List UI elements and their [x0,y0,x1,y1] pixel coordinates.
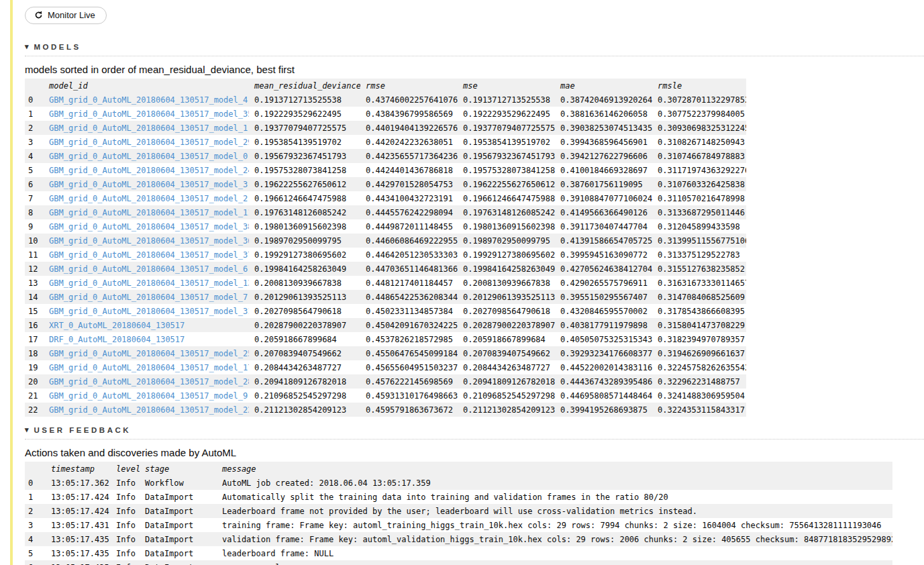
model-id-link[interactable]: GBM_grid_0_AutoML_20180604_130517_model_… [49,307,249,316]
cell-model_id: GBM_grid_0_AutoML_20180604_130517_model_… [44,177,249,191]
cell-mae: 0.4290265575796911 [555,276,652,290]
cell-model_id: GBM_grid_0_AutoML_20180604_130517_model_… [44,262,249,276]
table-row: 13GBM_grid_0_AutoML_20180604_130517_mode… [25,276,746,290]
row-index: 10 [25,234,44,248]
collapse-triangle-icon[interactable]: ▾ [25,425,29,434]
model-id-link[interactable]: GBM_grid_0_AutoML_20180604_130517_model_… [49,180,248,189]
cell-mean_residual_deviance: 0.205918667899684 [249,332,360,346]
table-row: 1GBM_grid_0_AutoML_20180604_130517_model… [25,107,746,121]
feedback-subtitle: Actions taken and discoveries made by Au… [25,447,924,458]
cell-highlight-bar [10,0,13,565]
cell-model_id: GBM_grid_0_AutoML_20180604_130517_model_… [44,205,249,219]
row-index: 2 [25,504,46,518]
cell-rmse: 0.4429701528054753 [360,177,458,191]
cell-rmse: 0.44703651146481366 [360,262,458,276]
row-index: 2 [25,121,44,135]
cell-mae: 0.39038253074513435 [555,121,652,135]
model-id-link[interactable]: GBM_grid_0_AutoML_20180604_130517_model_… [49,363,249,372]
cell-mse: 0.1922293529622495 [458,107,555,121]
row-index: 19 [25,360,44,374]
cell-model_id: GBM_grid_0_AutoML_20180604_130517_model_… [44,121,249,135]
cell-mean_residual_deviance: 0.20129061393525113 [249,290,360,304]
model-id-link[interactable]: GBM_grid_0_AutoML_20180604_130517_model_… [49,405,249,415]
cell-level: Info [111,518,140,532]
model-id-link[interactable]: GBM_grid_0_AutoML_20180604_130517_model_… [49,123,248,133]
cell-rmse: 0.44235655717364236 [360,149,458,163]
cell-mse: 0.19377079407725575 [458,121,555,135]
row-index: 17 [25,332,44,346]
cell-stage: DataImport [140,504,217,518]
row-index: 21 [25,389,44,403]
table-row: 8GBM_grid_0_AutoML_20180604_130517_model… [25,205,746,219]
model-id-link[interactable]: GBM_grid_0_AutoML_20180604_130517_model_… [49,152,248,161]
cell-mse: 0.1989702950099795 [458,234,555,248]
row-index: 3 [25,135,44,149]
cell-mse: 0.20129061393525113 [458,290,555,304]
row-index: 22 [25,403,44,417]
model-id-link[interactable]: GBM_grid_0_AutoML_20180604_130517_model_… [49,349,249,358]
table-row: 6GBM_grid_0_AutoML_20180604_130517_model… [25,177,746,191]
row-index: 20 [25,374,44,389]
cell-mean_residual_deviance: 0.21121302854209123 [249,403,360,417]
model-id-link[interactable]: GBM_grid_0_AutoML_20180604_130517_model_… [49,208,249,217]
models-section-header[interactable]: ▾ MODELS [25,42,924,56]
cell-mae: 0.3911730407447704 [555,219,652,234]
cell-mae: 0.3881636146206058 [555,107,652,121]
model-id-link[interactable]: GBM_grid_0_AutoML_20180604_130517_model_… [49,222,249,232]
table-row: 18GBM_grid_0_AutoML_20180604_130517_mode… [25,346,746,360]
row-index: 16 [25,318,44,332]
cell-model_id: GBM_grid_0_AutoML_20180604_130517_model_… [44,304,249,318]
model-id-link[interactable]: GBM_grid_0_AutoML_20180604_130517_model_… [49,293,248,302]
models-subtitle: models sorted in order of mean_residual_… [25,64,924,75]
monitor-live-button[interactable]: Monitor Live [25,7,107,24]
cell-rmsle: 0.322962231488757 [652,374,746,389]
model-id-link[interactable]: GBM_grid_0_AutoML_20180604_130517_model_… [49,278,249,288]
cell-mse: 0.21096852545297298 [458,389,555,403]
row-index: 4 [25,532,46,546]
table-row: 313:05:17.431InfoDataImporttraining fram… [25,518,892,532]
cell-mean_residual_deviance: 0.19575328073841258 [249,163,360,177]
cell-mse: 0.19801360915602398 [458,219,555,234]
table-row: 013:05:17.362InfoWorkflowAutoML job crea… [25,476,892,490]
user-feedback-section-header[interactable]: ▾ USER FEEDBACK [25,425,924,440]
table-row: 20GBM_grid_0_AutoML_20180604_130517_mode… [25,374,746,389]
model-id-link[interactable]: GBM_grid_0_AutoML_20180604_130517_model_… [49,250,249,260]
cell-rmse: 0.45655604951503237 [360,360,458,374]
cell-mse: 0.19929127380695602 [458,248,555,262]
collapse-triangle-icon[interactable]: ▾ [25,42,29,51]
cell-mse: 0.19567932367451793 [458,149,555,163]
model-id-link[interactable]: XRT_0_AutoML_20180604_130517 [49,321,185,330]
model-id-link[interactable]: GBM_grid_0_AutoML_20180604_130517_model_… [49,109,249,119]
cell-rmse: 0.4420242232638051 [360,135,458,149]
cell-rmsle: 0.3077522379984005 [652,107,746,121]
cell-rmsle: 0.3182394970789357 [652,332,746,346]
cell-mae: 0.4149566366490126 [555,205,652,219]
model-id-link[interactable]: GBM_grid_0_AutoML_20180604_130517_model_… [49,377,249,387]
model-id-link[interactable]: GBM_grid_0_AutoML_20180604_130517_model_… [49,95,248,105]
cell-mean_residual_deviance: 0.20287900220378907 [249,318,360,332]
cell-rmse: 0.4595791863673672 [360,403,458,417]
cell-mae: 0.39293234176608377 [555,346,652,360]
row-index: 18 [25,346,44,360]
cell-rmse: 0.4424401436786818 [360,163,458,177]
cell-rmsle: 0.3241488306959504 [652,389,746,403]
row-index: 0 [25,93,44,107]
model-id-link[interactable]: GBM_grid_0_AutoML_20180604_130517_model_… [49,166,249,175]
model-id-link[interactable]: GBM_grid_0_AutoML_20180604_130517_model_… [49,194,248,203]
cell-rmsle: 0.3107466784978883 [652,149,746,163]
index-column-header [25,79,44,93]
model-id-link[interactable]: GBM_grid_0_AutoML_20180604_130517_model_… [49,138,249,147]
cell-rmsle: 0.32245758262635543 [652,360,746,374]
cell-mse: 0.20287900220378907 [458,318,555,332]
table-row: 15GBM_grid_0_AutoML_20180604_130517_mode… [25,304,746,318]
cell-mse: 0.1953854139519702 [458,135,555,149]
model-id-link[interactable]: GBM_grid_0_AutoML_20180604_130517_model_… [49,264,248,274]
cell-model_id: GBM_grid_0_AutoML_20180604_130517_model_… [44,360,249,374]
model-id-link[interactable]: GBM_grid_0_AutoML_20180604_130517_model_… [49,236,249,246]
model-id-link[interactable]: GBM_grid_0_AutoML_20180604_130517_model_… [49,391,248,401]
cell-model_id: GBM_grid_0_AutoML_20180604_130517_model_… [44,219,249,234]
model-id-link[interactable]: DRF_0_AutoML_20180604_130517 [49,335,185,344]
cell-mae: 0.3955150295567407 [555,290,652,304]
cell-mse: 0.2070839407549662 [458,346,555,360]
cell-rmse: 0.45931310176498663 [360,389,458,403]
